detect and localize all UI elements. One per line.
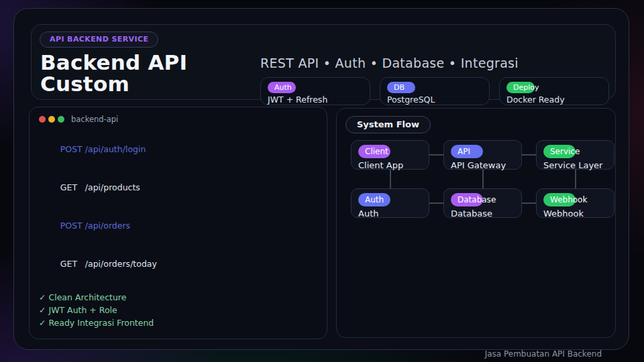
- check-item: ✓ JWT Auth + Role: [39, 304, 317, 316]
- flow-node-api-gateway: API API Gateway: [443, 140, 522, 170]
- feature-label: Docker Ready: [506, 95, 602, 105]
- endpoint-path: /api/products: [85, 182, 140, 192]
- node-label: Database: [451, 208, 521, 219]
- endpoint-line: GET/api/orders/today: [39, 245, 317, 283]
- feature-card-deploy: Deploy Docker Ready: [499, 77, 609, 105]
- flow-diagram: Client Client App API API Gateway Servic…: [337, 109, 615, 337]
- feature-label: PostgreSQL: [387, 95, 482, 105]
- page-title-line1: Backend API: [40, 52, 187, 73]
- endpoint-line: POST/api/auth/login: [39, 130, 317, 168]
- subtitle: REST API • Auth • Database • Integrasi: [260, 56, 519, 70]
- connector-service-webhook: [575, 170, 576, 188]
- endpoint-path: /api/auth/login: [85, 144, 146, 154]
- node-label: Client App: [358, 160, 429, 170]
- connector-api-service: [522, 154, 536, 156]
- endpoint-path: /api/orders/today: [85, 259, 157, 269]
- database-tag: Database: [451, 193, 483, 206]
- feature-card-db: DB PostgreSQL: [380, 77, 490, 105]
- auth-node-tag: Auth: [358, 193, 390, 206]
- client-tag: Client: [358, 145, 390, 158]
- feature-cards: Auth JWT + Refresh DB PostgreSQL Deploy …: [260, 77, 609, 105]
- webhook-tag: Webhook: [543, 193, 576, 206]
- api-tag: API: [451, 145, 483, 158]
- feature-checklist: ✓ Clean Architecture ✓ JWT Auth + Role ✓…: [39, 291, 317, 329]
- flow-node-client: Client Client App: [351, 140, 429, 170]
- terminal-title: backend-api: [71, 115, 118, 124]
- page-title-line2: Custom: [40, 73, 187, 95]
- maximize-dot-icon: [58, 116, 64, 123]
- header-card: API BACKEND SERVICE Backend API Custom R…: [31, 24, 616, 100]
- connector-client-api: [429, 154, 443, 156]
- footer-credit: Jasa Pembuatan API Backend: [485, 349, 602, 359]
- node-label: Service Layer: [543, 160, 614, 170]
- auth-tag: Auth: [268, 82, 296, 93]
- page-title: Backend API Custom: [40, 52, 187, 95]
- deploy-tag: Deploy: [506, 82, 535, 93]
- node-label: API Gateway: [451, 160, 521, 170]
- connector-database-webhook: [522, 202, 536, 204]
- flow-node-auth: Auth Auth: [351, 188, 429, 218]
- http-method: GET: [60, 257, 85, 270]
- feature-label: JWT + Refresh: [268, 95, 363, 105]
- system-flow-panel: System Flow Client Client App API API Ga…: [336, 108, 616, 338]
- http-method: POST: [60, 143, 85, 156]
- service-badge: API BACKEND SERVICE: [40, 32, 158, 48]
- terminal-window: backend-api POST/api/auth/login GET/api/…: [29, 107, 327, 339]
- check-item: ✓ Clean Architecture: [39, 291, 317, 304]
- terminal-titlebar: backend-api: [39, 115, 317, 124]
- endpoint-line: POST/api/orders: [39, 206, 317, 245]
- http-method: POST: [60, 219, 85, 232]
- service-tag: Service: [543, 145, 576, 158]
- node-label: Auth: [358, 208, 429, 219]
- connector-auth-database: [429, 202, 443, 204]
- feature-card-auth: Auth JWT + Refresh: [260, 77, 370, 105]
- endpoint-line: GET/api/products: [39, 168, 317, 206]
- endpoint-path: /api/orders: [85, 221, 130, 231]
- flow-node-webhook: Webhook Webhook: [536, 188, 614, 218]
- main-container: API BACKEND SERVICE Backend API Custom R…: [13, 8, 629, 350]
- endpoint-list: POST/api/auth/login GET/api/products POS…: [39, 130, 317, 283]
- db-tag: DB: [387, 82, 415, 93]
- http-method: GET: [60, 181, 85, 194]
- minimize-dot-icon: [48, 116, 55, 123]
- node-label: Webhook: [543, 208, 614, 219]
- flow-node-service-layer: Service Service Layer: [536, 140, 614, 170]
- connector-api-database: [482, 170, 484, 188]
- close-dot-icon: [39, 116, 46, 123]
- flow-node-database: Database Database: [443, 188, 522, 218]
- check-item: ✓ Ready Integrasi Frontend: [39, 316, 317, 329]
- connector-client-auth: [390, 170, 391, 188]
